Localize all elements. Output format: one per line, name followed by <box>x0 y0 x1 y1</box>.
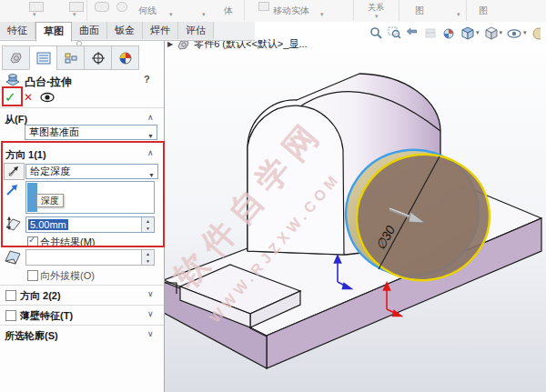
configurations-icon <box>64 52 78 65</box>
expand-icon[interactable]: ∨ <box>147 309 154 318</box>
ribbon-label: 体 <box>224 5 233 17</box>
from-condition-value: 草图基准面 <box>29 126 79 137</box>
feature-title: 凸台-拉伸 <box>25 75 72 90</box>
property-list-icon <box>36 52 51 65</box>
combo-caret-icon: ▼ <box>148 168 155 182</box>
draft-outward-checkbox[interactable] <box>27 270 38 281</box>
reverse-direction-button[interactable] <box>4 163 25 180</box>
preview-eye-icon[interactable] <box>40 92 56 103</box>
target-icon <box>91 52 106 65</box>
caret-icon[interactable]: ▾ <box>73 11 76 18</box>
slot-tool-icon[interactable] <box>95 2 109 12</box>
checkmark-icon: ✓ <box>28 235 35 245</box>
depth-tooltip: 深度 <box>36 194 64 207</box>
ribbon-label: 何线 <box>138 5 157 17</box>
ribbon-label: 图 <box>479 5 488 17</box>
end-condition-value: 给定深度 <box>30 166 70 176</box>
merge-result-label: 合并结果(M) <box>40 236 96 249</box>
ribbon-icon[interactable] <box>29 2 44 12</box>
tab-features[interactable]: 特征 <box>0 22 35 39</box>
tab-surfaces[interactable]: 曲面 <box>72 22 107 39</box>
thin-feature-section-header[interactable]: 薄壁特征(T) <box>20 309 73 323</box>
move-entities-label[interactable]: 移动实体 <box>273 5 309 17</box>
configurationmanager-tab[interactable] <box>56 45 85 70</box>
expand-icon[interactable]: ∨ <box>147 329 154 338</box>
caret-icon[interactable]: ▾ <box>375 13 379 20</box>
display-sphere-icon <box>118 52 133 65</box>
selected-contours-section-header[interactable]: 所选轮廓(S) <box>5 329 58 343</box>
help-icon[interactable]: ? <box>144 74 150 85</box>
caret-icon[interactable]: ▾ <box>320 11 324 18</box>
property-manager: 凸台-拉伸 ? ✓ ✕ 从(F) ∧ 草图基准面 ▼ 方向 1(1) ∧ 给定深… <box>0 40 165 392</box>
caret-icon[interactable]: ▾ <box>457 11 460 18</box>
draft-angle-spinbox[interactable]: ▲ ▼ <box>25 249 155 266</box>
depth-icon <box>3 216 23 231</box>
cancel-button[interactable]: ✕ <box>24 91 33 104</box>
spin-up-icon[interactable]: ▲ <box>142 217 154 225</box>
spin-down-icon[interactable]: ▼ <box>142 257 154 265</box>
depth-value[interactable]: 5.00mm <box>28 219 68 230</box>
caret-icon[interactable]: ▾ <box>33 11 36 18</box>
merge-result-checkbox[interactable]: ✓ <box>27 236 38 247</box>
spinner[interactable]: ▲ ▼ <box>141 217 154 232</box>
dimxpertmanager-tab[interactable] <box>84 45 112 70</box>
displaymanager-tab[interactable] <box>111 45 139 70</box>
graphics-area[interactable]: ▾ ▾ ▾ ▶ 零件6 (默认<<默认>_显... <box>164 22 546 392</box>
direction2-checkbox[interactable] <box>5 290 16 301</box>
collapse-icon[interactable]: ∧ <box>147 113 154 122</box>
command-tabs: 特征 草图 曲面 钣金 焊件 评估 <box>0 22 255 41</box>
direction1-section-header[interactable]: 方向 1(1) <box>5 148 46 162</box>
depth-spinbox[interactable]: 5.00mm ▲ ▼ <box>25 216 155 233</box>
move-entities-icon[interactable] <box>258 2 269 11</box>
expand-icon[interactable]: ∨ <box>147 289 154 298</box>
boss-extrude-icon <box>5 73 21 87</box>
model-render[interactable]: ∅30 软件自学网 WWW.RJZXW.COM <box>164 22 546 392</box>
spinner[interactable]: ▲ ▼ <box>141 250 154 265</box>
spin-down-icon[interactable]: ▼ <box>142 225 154 232</box>
thin-feature-checkbox[interactable] <box>5 310 16 321</box>
propertymanager-tab[interactable] <box>29 45 57 70</box>
end-condition-select[interactable]: 给定深度 ▼ <box>25 164 158 179</box>
tab-sketch[interactable]: 草图 <box>35 22 72 42</box>
direction-reference-icon <box>5 184 19 196</box>
part-icon <box>8 51 24 65</box>
ribbon-label: 图 <box>415 5 424 17</box>
circle-tool-icon[interactable] <box>116 2 127 12</box>
direction2-section-header[interactable]: 方向 2(2) <box>20 289 61 303</box>
caret-icon[interactable]: ▾ <box>202 11 206 18</box>
caret-icon[interactable]: ▾ <box>169 11 173 18</box>
draft-outward-label: 向外拔模(O) <box>40 269 95 283</box>
tab-weldments[interactable]: 焊件 <box>143 22 178 39</box>
from-condition-select[interactable]: 草图基准面 ▼ <box>25 125 157 140</box>
combo-caret-icon: ▼ <box>147 129 154 143</box>
draft-icon <box>3 248 23 265</box>
spin-up-icon[interactable]: ▲ <box>142 250 154 257</box>
tab-sheetmetal[interactable]: 钣金 <box>107 22 143 39</box>
collapse-icon[interactable]: ∧ <box>147 148 154 157</box>
ribbon-icon[interactable] <box>69 2 84 12</box>
featuremanager-tab[interactable] <box>2 45 30 70</box>
tab-evaluate[interactable]: 评估 <box>178 22 214 39</box>
ribbon-toolbar: ▾ ▾ 何线 ▾ ▾ 体 移动实体 ▾ 关系 ▾ 图 ▾ 图 <box>0 0 546 23</box>
ok-button[interactable]: ✓ <box>5 89 16 106</box>
